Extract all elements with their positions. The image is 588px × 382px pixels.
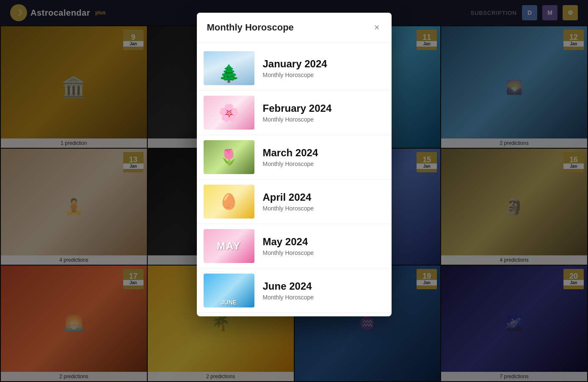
modal-title: Monthly Horoscope	[207, 22, 294, 33]
monthly-horoscope-modal: Monthly Horoscope × 🌲 January 2024 Month…	[197, 13, 392, 316]
month-thumb-april: 🥚	[204, 185, 254, 219]
month-name-february: February 2024	[263, 102, 385, 114]
month-name-january: January 2024	[263, 58, 385, 70]
month-thumb-january: 🌲	[204, 51, 254, 85]
month-info-april: April 2024 Monthly Horoscope	[263, 191, 385, 212]
month-item-march[interactable]: 🌷 March 2024 Monthly Horoscope	[197, 135, 392, 180]
month-list: 🌲 January 2024 Monthly Horoscope 🌸 Febru…	[197, 43, 392, 316]
modal-close-button[interactable]: ×	[373, 21, 381, 34]
month-info-june: June 2024 Monthly Horoscope	[263, 280, 385, 301]
month-info-may: May 2024 Monthly Horoscope	[263, 236, 385, 256]
month-item-april[interactable]: 🥚 April 2024 Monthly Horoscope	[197, 180, 392, 224]
month-name-may: May 2024	[263, 236, 385, 248]
month-info-february: February 2024 Monthly Horoscope	[263, 102, 385, 123]
month-subtitle-march: Monthly Horoscope	[263, 161, 385, 167]
month-info-march: March 2024 Monthly Horoscope	[263, 147, 385, 167]
modal-header: Monthly Horoscope ×	[197, 13, 392, 43]
month-subtitle-january: Monthly Horoscope	[263, 72, 385, 78]
month-name-march: March 2024	[263, 147, 385, 159]
month-name-june: June 2024	[263, 280, 385, 292]
month-thumb-may: MAY	[204, 229, 254, 263]
month-subtitle-june: Monthly Horoscope	[263, 294, 385, 301]
month-thumb-february: 🌸	[204, 96, 254, 130]
month-subtitle-february: Monthly Horoscope	[263, 116, 385, 123]
month-subtitle-april: Monthly Horoscope	[263, 205, 385, 212]
modal-overlay: Monthly Horoscope × 🌲 January 2024 Month…	[0, 0, 588, 382]
month-item-june[interactable]: JUNE June 2024 Monthly Horoscope	[197, 269, 392, 313]
month-thumb-june: JUNE	[204, 274, 254, 307]
month-info-january: January 2024 Monthly Horoscope	[263, 58, 385, 78]
month-item-january[interactable]: 🌲 January 2024 Monthly Horoscope	[197, 46, 392, 91]
month-item-may[interactable]: MAY May 2024 Monthly Horoscope	[197, 224, 392, 269]
month-name-april: April 2024	[263, 191, 385, 203]
month-thumb-march: 🌷	[204, 140, 254, 174]
month-item-february[interactable]: 🌸 February 2024 Monthly Horoscope	[197, 91, 392, 135]
month-subtitle-may: Monthly Horoscope	[263, 249, 385, 256]
